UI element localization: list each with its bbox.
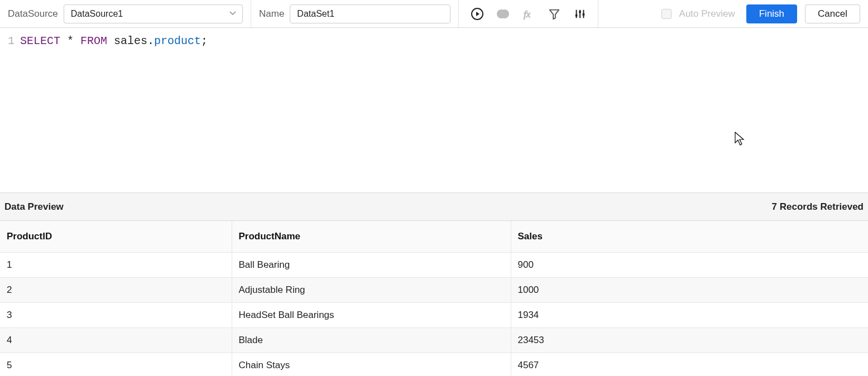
- table-row[interactable]: 3HeadSet Ball Bearings1934: [0, 302, 868, 327]
- preview-status: 7 Records Retrieved: [772, 201, 864, 213]
- finish-button[interactable]: Finish: [746, 4, 797, 23]
- table-row[interactable]: 5Chain Stays4567: [0, 353, 868, 376]
- sql-editor[interactable]: 1 SELECT * FROM sales.product;: [0, 28, 868, 193]
- cell-productname: HeadSet Ball Bearings: [232, 302, 511, 327]
- col-header-sales[interactable]: Sales: [511, 221, 868, 252]
- code-area[interactable]: SELECT * FROM sales.product;: [18, 28, 868, 192]
- sql-keyword-from: FROM: [80, 35, 107, 47]
- line-number: 1: [0, 33, 15, 49]
- settings-sliders-icon[interactable]: [573, 7, 587, 21]
- join-icon: [496, 7, 510, 21]
- cell-productname: Ball Bearing: [232, 252, 511, 277]
- cell-productid: 3: [0, 302, 232, 327]
- svg-text:fx: fx: [524, 9, 531, 20]
- svg-marker-1: [476, 12, 479, 16]
- run-icon[interactable]: [470, 7, 485, 21]
- svg-rect-10: [579, 11, 581, 13]
- sql-table: product: [154, 35, 201, 47]
- cell-productid: 1: [0, 252, 232, 277]
- tools-group: fx: [459, 0, 598, 27]
- cell-sales: 23453: [511, 327, 868, 353]
- cell-productid: 2: [0, 277, 232, 302]
- svg-rect-9: [575, 14, 577, 16]
- cancel-button[interactable]: Cancel: [805, 4, 860, 23]
- line-gutter: 1: [0, 28, 18, 192]
- cell-sales: 1934: [511, 302, 868, 327]
- sql-star: *: [60, 35, 80, 47]
- svg-marker-5: [549, 9, 559, 18]
- sql-semicolon: ;: [201, 35, 208, 47]
- datasource-label: DataSource: [8, 8, 58, 20]
- toolbar: DataSource DataSource1 Name fx: [0, 0, 868, 28]
- preview-title: Data Preview: [4, 201, 64, 213]
- cell-productname: Chain Stays: [232, 353, 511, 376]
- col-header-productid[interactable]: ProductID: [0, 221, 232, 252]
- auto-preview-label: Auto Preview: [679, 8, 735, 20]
- name-label: Name: [259, 8, 284, 20]
- datasource-group: DataSource DataSource1: [0, 0, 251, 27]
- svg-point-3: [501, 10, 509, 18]
- auto-preview-checkbox[interactable]: [661, 9, 672, 19]
- name-group: Name: [251, 0, 459, 27]
- actions-group: Auto Preview Finish Cancel: [598, 0, 868, 27]
- datasource-select-wrap: DataSource1: [64, 4, 243, 23]
- cell-sales: 1000: [511, 277, 868, 302]
- preview-table: ProductID ProductName Sales 1Ball Bearin…: [0, 221, 868, 376]
- filter-icon[interactable]: [547, 7, 562, 21]
- cell-productid: 4: [0, 327, 232, 353]
- sql-schema: sales.: [107, 35, 154, 47]
- cell-sales: 4567: [511, 353, 868, 376]
- datasource-value: DataSource1: [71, 9, 123, 19]
- table-header-row: ProductID ProductName Sales: [0, 221, 868, 252]
- svg-rect-11: [582, 13, 584, 16]
- table-row[interactable]: 1Ball Bearing900: [0, 252, 868, 277]
- cell-productid: 5: [0, 353, 232, 376]
- table-row[interactable]: 4Blade23453: [0, 327, 868, 353]
- fx-icon: fx: [521, 7, 536, 21]
- cell-sales: 900: [511, 252, 868, 277]
- name-input[interactable]: [290, 4, 450, 23]
- col-header-productname[interactable]: ProductName: [232, 221, 511, 252]
- preview-header: Data Preview 7 Records Retrieved: [0, 193, 868, 221]
- table-row[interactable]: 2Adjustable Ring1000: [0, 277, 868, 302]
- cell-productname: Blade: [232, 327, 511, 353]
- datasource-select[interactable]: DataSource1: [64, 4, 243, 23]
- sql-keyword-select: SELECT: [20, 35, 60, 47]
- cell-productname: Adjustable Ring: [232, 277, 511, 302]
